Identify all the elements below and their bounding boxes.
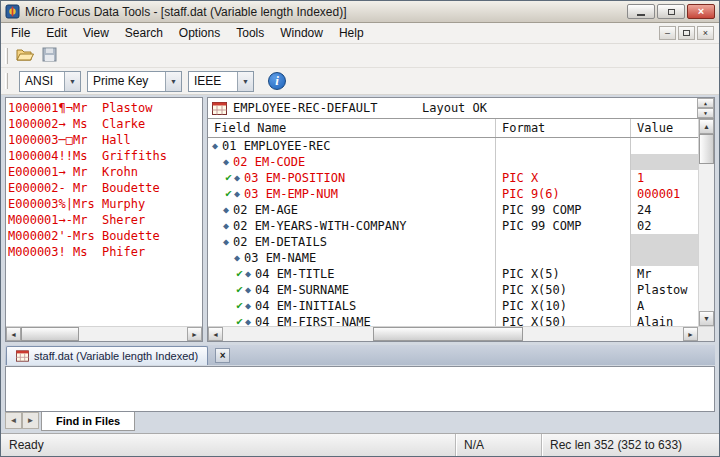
field-icon: ◆ xyxy=(212,138,218,154)
menu-item-options[interactable]: Options xyxy=(171,23,228,43)
field-value[interactable] xyxy=(631,250,698,266)
field-name-cell: ✔◆03 EM-EMP-NUM xyxy=(208,186,496,202)
scroll-left-button[interactable]: ◄ xyxy=(6,327,21,341)
menu-item-file[interactable]: File xyxy=(3,23,38,43)
close-tab-button[interactable]: × xyxy=(215,348,230,363)
hscroll-thumb[interactable] xyxy=(21,327,79,341)
field-value[interactable]: Mr xyxy=(631,266,698,282)
next-tab-button[interactable]: ► xyxy=(22,412,39,429)
minimize-button[interactable] xyxy=(627,4,655,19)
field-format xyxy=(496,250,631,266)
hscroll-thumb[interactable] xyxy=(373,327,523,341)
record-row[interactable]: 1000004!!Ms Griffiths xyxy=(8,148,202,164)
field-icon: ◆ xyxy=(245,298,251,314)
field-row[interactable]: ✔◆04 EM-TITLEPIC X(5)Mr xyxy=(208,266,698,282)
key-select[interactable]: Prime Key ▼ xyxy=(87,71,182,92)
menu-item-view[interactable]: View xyxy=(75,23,117,43)
prev-tab-button[interactable]: ◄ xyxy=(5,412,22,429)
find-in-files-tab[interactable]: Find in Files xyxy=(41,412,135,431)
field-value[interactable] xyxy=(631,234,698,250)
mdi-restore-button[interactable] xyxy=(678,26,695,40)
field-value[interactable]: 24 xyxy=(631,202,698,218)
spin-up-button[interactable]: ▲ xyxy=(697,98,714,108)
field-format xyxy=(496,138,631,154)
field-row[interactable]: ◆03 EM-NAME xyxy=(208,250,698,266)
field-row[interactable]: ✔◆03 EM-POSITIONPIC X1 xyxy=(208,170,698,186)
hscroll-track[interactable] xyxy=(223,327,683,341)
field-name-cell: ◆02 EM-AGE xyxy=(208,202,496,218)
column-header-value[interactable]: Value xyxy=(631,119,698,137)
record-row[interactable]: M000002'-Mrs Boudette xyxy=(8,228,202,244)
field-name-cell: ✔◆03 EM-POSITION xyxy=(208,170,496,186)
info-button[interactable]: i xyxy=(268,72,286,90)
maximize-button[interactable] xyxy=(657,4,685,19)
hscroll-track[interactable] xyxy=(21,327,187,341)
field-value[interactable] xyxy=(631,154,698,170)
scroll-up-button[interactable]: ▲ xyxy=(699,119,714,134)
menu-item-edit[interactable]: Edit xyxy=(38,23,75,43)
vscroll-track[interactable] xyxy=(699,164,714,311)
record-row[interactable]: E000003%|Mrs Murphy xyxy=(8,196,202,212)
format-toolbar: ANSI ▼ Prime Key ▼ IEEE ▼ i xyxy=(1,68,719,95)
record-row[interactable]: M000003! Ms Phifer xyxy=(8,244,202,260)
record-row[interactable]: 1000003─□Mr Hall xyxy=(8,132,202,148)
record-row[interactable]: E000002- Mr Boudette xyxy=(8,180,202,196)
scroll-left-button[interactable]: ◄ xyxy=(208,327,223,341)
field-row[interactable]: ✔◆03 EM-EMP-NUMPIC 9(6)000001 xyxy=(208,186,698,202)
scroll-down-button[interactable]: ▼ xyxy=(699,311,714,326)
save-file-button[interactable] xyxy=(37,45,61,66)
field-row[interactable]: ◆02 EM-CODE xyxy=(208,154,698,170)
layout-vscrollbar[interactable]: ▲ ▼ xyxy=(698,119,714,326)
field-name: 04 EM-FIRST-NAME xyxy=(255,314,371,326)
close-button[interactable]: × xyxy=(687,4,715,19)
record-name: EMPLOYEE-REC-DEFAULT xyxy=(233,101,378,115)
field-value[interactable]: 000001 xyxy=(631,186,698,202)
column-header-format[interactable]: Format xyxy=(496,119,631,137)
field-name: 02 EM-DETAILS xyxy=(233,234,327,250)
field-row[interactable]: ◆02 EM-AGEPIC 99 COMP24 xyxy=(208,202,698,218)
field-row[interactable]: ◆02 EM-DETAILS xyxy=(208,234,698,250)
field-format xyxy=(496,154,631,170)
mdi-close-button[interactable]: × xyxy=(697,26,714,40)
field-value[interactable]: Alain xyxy=(631,314,698,326)
field-value[interactable]: 1 xyxy=(631,170,698,186)
layout-hscrollbar[interactable]: ◄ ► xyxy=(208,326,714,341)
field-row[interactable]: ✔◆04 EM-SURNAMEPIC X(50)Plastow xyxy=(208,282,698,298)
record-row[interactable]: E000001→ Mr Krohn xyxy=(8,164,202,180)
field-value[interactable]: Plastow xyxy=(631,282,698,298)
record-row[interactable]: 1000002→ Ms Clarke xyxy=(8,116,202,132)
record-row[interactable]: 1000001¶¬Mr Plastow xyxy=(8,100,202,116)
mdi-minimize-button[interactable]: – xyxy=(659,26,676,40)
field-row[interactable]: ✔◆04 EM-FIRST-NAMEPIC X(50)Alain xyxy=(208,314,698,326)
field-format: PIC X(5) xyxy=(496,266,631,282)
open-file-button[interactable] xyxy=(13,45,37,66)
scroll-right-button[interactable]: ► xyxy=(683,327,698,341)
field-icon: ◆ xyxy=(234,170,240,186)
check-icon: ✔ xyxy=(234,282,245,298)
menu-item-help[interactable]: Help xyxy=(331,23,372,43)
field-value[interactable]: A xyxy=(631,298,698,314)
key-value: Prime Key xyxy=(88,74,165,88)
column-header-field-name[interactable]: Field Name xyxy=(208,119,496,137)
record-row[interactable]: M000001→-Mr Sherer xyxy=(8,212,202,228)
record-list-hscrollbar[interactable]: ◄ ► xyxy=(6,326,202,341)
field-row[interactable]: ◆01 EMPLOYEE-REC xyxy=(208,138,698,154)
output-panel[interactable] xyxy=(5,366,715,412)
field-value[interactable] xyxy=(631,138,698,154)
output-tab-bar: ◄ ► Find in Files xyxy=(5,412,715,433)
menu-item-window[interactable]: Window xyxy=(272,23,331,43)
scroll-right-button[interactable]: ► xyxy=(187,327,202,341)
charset-select[interactable]: ANSI ▼ xyxy=(19,71,81,92)
chevron-down-icon: ▼ xyxy=(64,72,80,91)
menu-item-tools[interactable]: Tools xyxy=(228,23,272,43)
menu-item-search[interactable]: Search xyxy=(117,23,171,43)
field-value[interactable]: 02 xyxy=(631,218,698,234)
float-format-select[interactable]: IEEE ▼ xyxy=(188,71,254,92)
check-icon: ✔ xyxy=(223,170,234,186)
spin-down-button[interactable]: ▼ xyxy=(697,108,714,118)
vscroll-thumb[interactable] xyxy=(699,134,714,164)
field-row[interactable]: ✔◆04 EM-INITIALSPIC X(10)A xyxy=(208,298,698,314)
document-tab[interactable]: staff.dat (Variable length Indexed) xyxy=(6,346,208,365)
info-icon: i xyxy=(275,73,279,89)
field-row[interactable]: ◆02 EM-YEARS-WITH-COMPANYPIC 99 COMP02 xyxy=(208,218,698,234)
